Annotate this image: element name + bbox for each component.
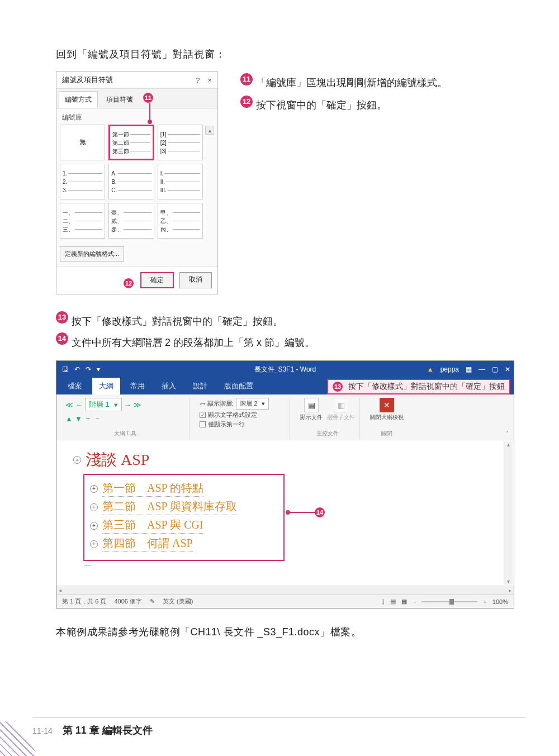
cell-text: 參、 xyxy=(111,226,122,233)
expand-node-icon[interactable]: + xyxy=(90,540,98,548)
show-formatting-checkbox[interactable]: ✓ xyxy=(200,412,206,418)
show-document-button[interactable]: ▤ 顯示文件 xyxy=(300,398,323,421)
tab-layout[interactable]: 版面配置 xyxy=(217,378,260,394)
minimize-icon[interactable]: — xyxy=(479,365,485,373)
zoom-slider[interactable] xyxy=(421,601,477,602)
cell-text: III. xyxy=(160,187,167,194)
define-new-format-button[interactable]: 定義新的編號格式... xyxy=(60,246,124,261)
zoom-out-icon[interactable]: − xyxy=(413,598,416,605)
style-alpha[interactable]: A. B. C. xyxy=(108,164,154,199)
tab-outline[interactable]: 大綱 xyxy=(92,378,120,394)
group-close: 關閉 xyxy=(370,427,404,438)
tab-home[interactable]: 常用 xyxy=(124,378,151,394)
tab-design[interactable]: 設計 xyxy=(186,378,214,394)
warning-icon: ▲ xyxy=(427,365,434,373)
style-chinese-formal[interactable]: 壹、 貳、 參、 xyxy=(108,203,154,239)
horizontal-scrollbar[interactable]: ◂▸ xyxy=(56,586,514,595)
badge-11: 11 xyxy=(240,73,253,85)
collapse-subdocs-icon: ▥ xyxy=(334,398,348,412)
save-icon[interactable]: 🖫 xyxy=(62,365,69,373)
page-number: 11-14 xyxy=(32,726,53,735)
outline-level-dropdown[interactable]: 階層 1 ▾ xyxy=(85,398,122,411)
demote-body-icon[interactable]: ≫ xyxy=(134,401,141,409)
zoom-value[interactable]: 100% xyxy=(492,598,508,605)
status-word-count[interactable]: 4006 個字 xyxy=(114,597,142,606)
style-chinese-num[interactable]: 一、 二、 三、 xyxy=(60,203,105,239)
style-heavenly-stems[interactable]: 甲、 乙、 丙、 xyxy=(158,203,203,239)
close-outline-button[interactable]: ✕ 關閉大綱檢視 xyxy=(370,398,404,421)
cell-text: 第二節 xyxy=(112,139,129,146)
ribbon-options-icon[interactable]: ▦ xyxy=(466,365,472,373)
tab-bullet[interactable]: 項目符號 xyxy=(100,91,139,108)
cell-text: 1. xyxy=(63,170,67,177)
status-bar: 第 1 頁，共 6 頁 4006 個字 ✎ 英文 (美國) ▯ ▤ ▦ − + … xyxy=(56,595,514,608)
cell-text: A. xyxy=(111,170,116,177)
style-none[interactable]: 無 xyxy=(60,125,105,160)
tab-file[interactable]: 檔案 xyxy=(61,378,89,394)
status-language[interactable]: 英文 (美國) xyxy=(163,597,193,606)
expand-node-icon[interactable]: + xyxy=(73,456,81,464)
tab-number-format[interactable]: 編號方式 xyxy=(59,91,98,108)
badge-12: 12 xyxy=(240,96,253,108)
view-read-icon[interactable]: ▯ xyxy=(381,598,385,605)
demote-icon[interactable]: → xyxy=(124,401,131,409)
cancel-button[interactable]: 取消 xyxy=(179,272,212,288)
show-formatting-label: 顯示文字格式設定 xyxy=(208,411,257,419)
show-level-dropdown[interactable]: 階層 2▾ xyxy=(236,398,269,410)
style-bracket[interactable]: [1] [2] [3] xyxy=(158,125,203,160)
heading-2: 第二節 ASP 與資料庫存取 xyxy=(102,499,237,515)
window-close-icon[interactable]: ✕ xyxy=(505,365,510,373)
promote-icon[interactable]: ← xyxy=(75,401,83,409)
redo-icon[interactable]: ↷ xyxy=(86,365,91,373)
dialog-title: 編號及項目符號 xyxy=(62,75,113,85)
close-icon: ✕ xyxy=(380,398,394,412)
view-print-icon[interactable]: ▤ xyxy=(390,598,396,605)
cell-text: [2] xyxy=(160,139,167,146)
first-line-only-checkbox[interactable] xyxy=(200,421,206,427)
vertical-scrollbar[interactable]: ▴▾ xyxy=(504,441,513,584)
scroll-up-icon[interactable]: ▴ xyxy=(205,126,214,135)
ribbon: ≪ ← 階層 1 ▾ → ≫ ▲ ▼ ＋ － 大綱工具 xyxy=(56,394,514,440)
help-icon[interactable]: ? xyxy=(196,76,200,84)
intro-text: 回到「編號及項目符號」對話視窗： xyxy=(56,47,525,61)
chevron-down-icon: ▾ xyxy=(114,401,118,409)
annotation-13-text: 按下「修改樣式」對話視窗中的「確定」按鈕 xyxy=(348,382,505,392)
qat-dropdown-icon[interactable]: ▾ xyxy=(97,365,100,373)
level-value: 階層 1 xyxy=(89,400,110,410)
undo-icon[interactable]: ↶ xyxy=(74,365,80,373)
page-footer: 11-14 第 11 章 編輯長文件 xyxy=(32,717,525,737)
badge-14: 14 xyxy=(56,332,68,345)
show-doc-label: 顯示文件 xyxy=(300,413,323,421)
document-icon: ▤ xyxy=(304,398,319,412)
cell-text: 丙、 xyxy=(160,226,172,233)
style-roman[interactable]: I. II. III. xyxy=(158,164,203,199)
style-section-selected[interactable]: 第一節 第二節 第三節 xyxy=(108,125,154,160)
status-page[interactable]: 第 1 頁，共 6 頁 xyxy=(62,597,106,606)
badge-11: 11 xyxy=(143,93,153,103)
cell-text: B. xyxy=(111,178,116,186)
collapse-ribbon-icon[interactable]: ˄ xyxy=(506,430,509,438)
expand-node-icon[interactable]: + xyxy=(90,503,98,511)
collapse-subdocs-button[interactable]: ▥ 摺疊子文件 xyxy=(327,398,355,421)
close-icon[interactable]: × xyxy=(207,76,212,84)
view-web-icon[interactable]: ▦ xyxy=(401,598,407,605)
zoom-in-icon[interactable]: + xyxy=(483,598,486,605)
expand-node-icon[interactable]: + xyxy=(90,522,98,530)
move-up-icon[interactable]: ▲ xyxy=(65,415,73,423)
style-arabic[interactable]: 1. 2. 3. xyxy=(60,164,105,199)
expand-icon[interactable]: ＋ xyxy=(84,413,92,424)
expand-node-icon[interactable]: + xyxy=(90,485,98,493)
ok-button[interactable]: 確定 xyxy=(140,272,174,288)
collapse-icon[interactable]: － xyxy=(94,413,101,424)
maximize-icon[interactable]: ▢ xyxy=(492,365,498,373)
step-13-text: 按下「修改樣式」對話視窗中的「確定」按鈕。 xyxy=(72,311,283,331)
tab-insert[interactable]: 插入 xyxy=(155,378,183,394)
callout-14: 14 xyxy=(286,507,328,517)
promote-top-icon[interactable]: ≪ xyxy=(65,401,73,409)
document-title: 長文件_S3F1 - Word xyxy=(254,365,316,374)
move-down-icon[interactable]: ▼ xyxy=(75,415,82,423)
spellcheck-icon[interactable]: ✎ xyxy=(150,598,155,605)
document-area: ▴▾ + 淺談 ASP +第一節 ASP 的特點 +第二節 ASP 與資料庫存取… xyxy=(56,440,514,586)
cell-text: I. xyxy=(160,170,164,177)
chevron-down-icon: ▾ xyxy=(262,400,265,407)
